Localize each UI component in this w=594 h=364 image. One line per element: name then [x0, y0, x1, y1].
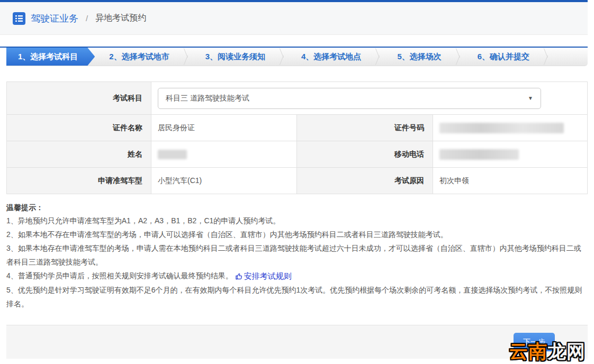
step-tab-3-read-notice[interactable]: 3、阅读业务须知 — [191, 48, 280, 66]
site-watermark: 云南龙网 — [509, 339, 586, 364]
name-cell — [151, 141, 297, 168]
applicant-info-table: 考试科目 科目三 道路驾驶技能考试 ▼ 证件名称 居民身份证 证件号码 姓名 移… — [6, 81, 588, 194]
id-number-label: 证件号码 — [297, 115, 433, 141]
step-separator-icon — [184, 48, 191, 66]
step-tab-5-select-session[interactable]: 5、选择场次 — [383, 48, 455, 66]
steps-bar: 1、选择考试科目 2、选择考试地市 3、阅读业务须知 4、选择考试地点 5、选择… — [6, 48, 588, 66]
exam-subject-cell: 科目三 道路驾驶技能考试 ▼ — [151, 82, 588, 115]
step-separator-icon — [456, 48, 463, 66]
exam-subject-select[interactable]: 科目三 道路驾驶技能考试 ▼ — [158, 88, 541, 109]
mobile-cell — [433, 141, 588, 168]
menu-list-icon — [13, 12, 25, 25]
id-type-value: 居民身份证 — [151, 115, 297, 141]
footer-bar: 下一步 — [6, 325, 588, 359]
table-row: 姓名 移动电话 — [7, 141, 588, 168]
tip-item-1: 1、异地预约只允许申请准驾车型为A1，A2，A3，B1，B2，C1的申请人预约考… — [6, 214, 588, 228]
exam-reason-value: 初次申领 — [433, 168, 588, 194]
watermark-part-2: 龙网 — [547, 341, 586, 362]
tip-item-2: 2、如果本地不存在申请准驾车型的考场，申请人可以选择省（自治区、直辖市）内其他考… — [6, 228, 588, 241]
exam-rules-link[interactable]: 安排考试规则 — [235, 269, 292, 283]
table-row: 考试科目 科目三 道路驾驶技能考试 ▼ — [7, 82, 588, 115]
step-tab-2-select-city[interactable]: 2、选择考试地市 — [95, 48, 183, 66]
exam-subject-label: 考试科目 — [7, 82, 151, 115]
id-number-redacted-value — [439, 123, 564, 133]
step-separator-icon — [544, 48, 551, 66]
mobile-label: 移动电话 — [297, 141, 433, 168]
breadcrumb-root[interactable]: 驾驶证业务 — [31, 12, 78, 25]
step-separator-icon — [375, 48, 383, 66]
thumb-up-icon — [235, 272, 243, 280]
id-number-cell — [433, 115, 588, 141]
tip-item-5: 5、优先预约是针对学习驾驶证明有效期不足6个月的，在有效期内每个科目允许优先预约… — [6, 283, 588, 311]
tip-item-4: 4、普通预约学员申请后，按照相关规则安排考试确认最终预约结果。 安排考试规则 — [6, 269, 588, 283]
breadcrumb: 驾驶证业务 / 异地考试预约 — [0, 2, 588, 35]
tip-item-4-text: 4、普通预约学员申请后，按照相关规则安排考试确认最终预约结果。 — [6, 271, 233, 280]
tip-item-3: 3、如果本地存在申请准驾车型的考场，申请人需在本地预约科目二或者科目三道路驾驶技… — [6, 241, 588, 269]
tips-title: 温馨提示： — [6, 201, 588, 214]
mobile-redacted-value — [439, 149, 519, 160]
breadcrumb-current: 异地考试预约 — [95, 13, 146, 24]
watermark-part-1: 云南 — [509, 341, 547, 362]
id-type-label: 证件名称 — [7, 115, 151, 141]
step-tab-4-select-site[interactable]: 4、选择考试地点 — [287, 48, 375, 66]
step-separator-icon — [280, 48, 287, 66]
vehicle-type-value: 小型汽车(C1) — [151, 168, 297, 194]
vehicle-type-label: 申请准驾车型 — [7, 168, 151, 194]
breadcrumb-separator: / — [86, 14, 88, 23]
exam-subject-selected-value: 科目三 道路驾驶技能考试 — [166, 94, 249, 103]
table-row: 证件名称 居民身份证 证件号码 — [7, 115, 588, 141]
exam-rules-link-label: 安排考试规则 — [244, 269, 292, 283]
step-tab-6-confirm-submit[interactable]: 6、确认并提交 — [463, 48, 544, 66]
step-tab-1-select-subject[interactable]: 1、选择考试科目 — [6, 48, 95, 66]
name-redacted-value — [158, 150, 187, 159]
table-row: 申请准驾车型 小型汽车(C1) 考试原因 初次申领 — [7, 168, 588, 194]
exam-reason-label: 考试原因 — [297, 168, 433, 194]
chevron-down-icon: ▼ — [528, 95, 533, 101]
name-label: 姓名 — [7, 141, 151, 168]
tips-section: 温馨提示： 1、异地预约只允许申请准驾车型为A1，A2，A3，B1，B2，C1的… — [6, 201, 588, 311]
